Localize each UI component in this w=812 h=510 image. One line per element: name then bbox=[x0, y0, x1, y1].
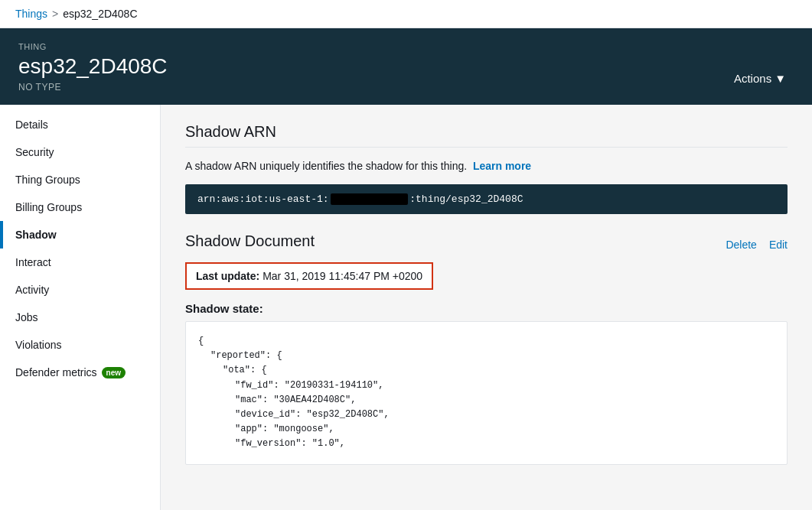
thing-header-left: THING esp32_2D408C NO TYPE bbox=[18, 42, 168, 93]
sidebar-item-label: Activity bbox=[15, 284, 49, 296]
sidebar-item-label: Jobs bbox=[15, 311, 38, 323]
sidebar: Details Security Thing Groups Billing Gr… bbox=[0, 105, 161, 510]
actions-label: Actions bbox=[734, 72, 771, 85]
thing-header: THING esp32_2D408C NO TYPE Actions ▼ bbox=[0, 28, 812, 105]
arn-suffix: :thing/esp32_2D408C bbox=[409, 193, 523, 205]
actions-button[interactable]: Actions ▼ bbox=[726, 67, 794, 89]
sidebar-item-label: Shadow bbox=[15, 229, 57, 241]
delete-button[interactable]: Delete bbox=[726, 239, 756, 251]
defender-metrics-badge: new bbox=[102, 367, 126, 378]
main-content: Shadow ARN A shadow ARN uniquely identif… bbox=[161, 105, 812, 510]
edit-button[interactable]: Edit bbox=[769, 239, 788, 251]
thing-label: THING bbox=[18, 42, 168, 51]
arn-box: arn:aws:iot:us-east-1: :thing/esp32_2D40… bbox=[185, 184, 788, 214]
last-update-box: Last update: Mar 31, 2019 11:45:47 PM +0… bbox=[185, 262, 433, 290]
sidebar-item-violations[interactable]: Violations bbox=[0, 331, 160, 359]
sidebar-item-label: Violations bbox=[15, 339, 61, 351]
shadow-document-section: Shadow Document Delete Edit Last update:… bbox=[185, 232, 788, 465]
section-divider bbox=[185, 147, 788, 148]
code-line: "app": "mongoose", bbox=[198, 422, 774, 437]
sidebar-item-label: Thing Groups bbox=[15, 174, 80, 186]
sidebar-item-shadow[interactable]: Shadow bbox=[0, 221, 160, 249]
learn-more-link[interactable]: Learn more bbox=[473, 160, 531, 172]
breadcrumb-bar: Things > esp32_2D408C bbox=[0, 0, 812, 28]
sidebar-item-label: Defender metrics bbox=[15, 366, 97, 378]
thing-type: NO TYPE bbox=[18, 82, 168, 93]
sidebar-item-defender-metrics[interactable]: Defender metrics new bbox=[0, 359, 160, 386]
sidebar-item-label: Interact bbox=[15, 256, 51, 268]
sidebar-item-details[interactable]: Details bbox=[0, 111, 160, 138]
sidebar-item-security[interactable]: Security bbox=[0, 138, 160, 166]
code-line: "mac": "30AEA42D408C", bbox=[198, 393, 774, 408]
breadcrumb-things-link[interactable]: Things bbox=[15, 8, 47, 20]
code-line: "ota": { bbox=[198, 363, 774, 378]
arn-redacted bbox=[331, 193, 409, 205]
sidebar-item-jobs[interactable]: Jobs bbox=[0, 304, 160, 331]
shadow-arn-section: Shadow ARN A shadow ARN uniquely identif… bbox=[185, 123, 788, 214]
sidebar-item-label: Details bbox=[15, 119, 48, 131]
code-line: "device_id": "esp32_2D408C", bbox=[198, 408, 774, 422]
sidebar-item-interact[interactable]: Interact bbox=[0, 249, 160, 276]
code-line: { bbox=[198, 334, 774, 349]
actions-chevron-icon: ▼ bbox=[774, 72, 786, 85]
shadow-arn-title: Shadow ARN bbox=[185, 123, 788, 141]
code-line: "reported": { bbox=[198, 349, 774, 363]
code-line: "fw_version": "1.0", bbox=[198, 437, 774, 451]
shadow-code-block: { "reported": { "ota": { "fw_id": "20190… bbox=[185, 321, 788, 465]
shadow-state-title: Shadow state: bbox=[185, 302, 788, 315]
last-update-value: Mar 31, 2019 11:45:47 PM +0200 bbox=[263, 270, 422, 282]
code-line: "fw_id": "20190331-194110", bbox=[198, 378, 774, 393]
sidebar-item-activity[interactable]: Activity bbox=[0, 276, 160, 304]
sidebar-item-thing-groups[interactable]: Thing Groups bbox=[0, 166, 160, 193]
sidebar-item-label: Billing Groups bbox=[15, 201, 82, 213]
shadow-arn-description: A shadow ARN uniquely identifies the sha… bbox=[185, 160, 788, 172]
breadcrumb-separator: > bbox=[52, 8, 58, 20]
arn-prefix: arn:aws:iot:us-east-1: bbox=[197, 193, 329, 205]
breadcrumb-current: esp32_2D408C bbox=[63, 8, 137, 20]
shadow-doc-header: Shadow Document Delete Edit bbox=[185, 232, 788, 256]
sidebar-item-billing-groups[interactable]: Billing Groups bbox=[0, 193, 160, 221]
shadow-doc-actions: Delete Edit bbox=[726, 239, 788, 251]
sidebar-item-label: Security bbox=[15, 146, 54, 158]
last-update-label: Last update: bbox=[196, 270, 259, 282]
thing-name: esp32_2D408C bbox=[18, 54, 168, 79]
main-layout: Details Security Thing Groups Billing Gr… bbox=[0, 105, 812, 510]
shadow-document-title: Shadow Document bbox=[185, 232, 315, 250]
